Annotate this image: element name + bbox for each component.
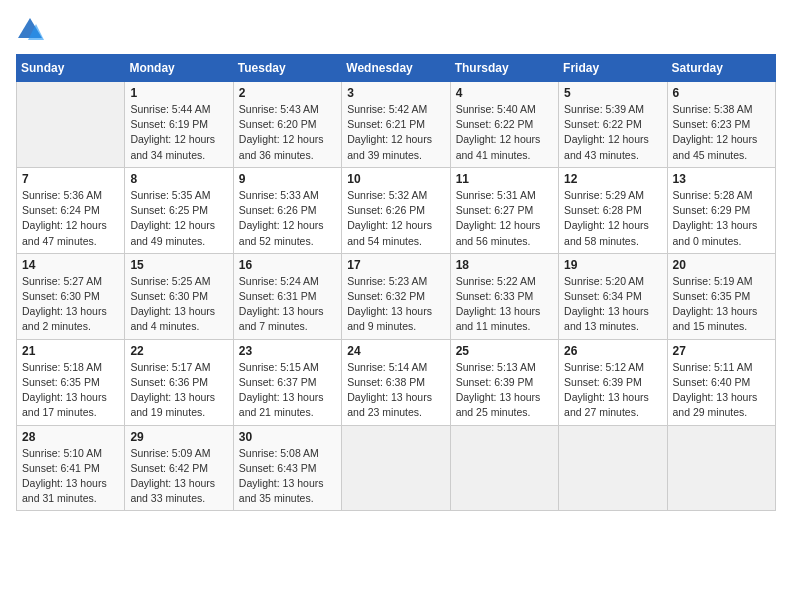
day-info: Sunrise: 5:23 AM Sunset: 6:32 PM Dayligh…: [347, 274, 444, 335]
day-number: 6: [673, 86, 770, 100]
day-info: Sunrise: 5:44 AM Sunset: 6:19 PM Dayligh…: [130, 102, 227, 163]
calendar-week-row: 21Sunrise: 5:18 AM Sunset: 6:35 PM Dayli…: [17, 339, 776, 425]
calendar-cell: 8Sunrise: 5:35 AM Sunset: 6:25 PM Daylig…: [125, 167, 233, 253]
day-info: Sunrise: 5:14 AM Sunset: 6:38 PM Dayligh…: [347, 360, 444, 421]
day-of-week-header: Friday: [559, 55, 667, 82]
logo: [16, 16, 48, 44]
calendar-cell: 30Sunrise: 5:08 AM Sunset: 6:43 PM Dayli…: [233, 425, 341, 511]
day-number: 3: [347, 86, 444, 100]
day-number: 17: [347, 258, 444, 272]
day-number: 28: [22, 430, 119, 444]
calendar-cell: 10Sunrise: 5:32 AM Sunset: 6:26 PM Dayli…: [342, 167, 450, 253]
day-number: 20: [673, 258, 770, 272]
day-number: 4: [456, 86, 553, 100]
calendar-body: 1Sunrise: 5:44 AM Sunset: 6:19 PM Daylig…: [17, 82, 776, 511]
day-info: Sunrise: 5:24 AM Sunset: 6:31 PM Dayligh…: [239, 274, 336, 335]
calendar-cell: 15Sunrise: 5:25 AM Sunset: 6:30 PM Dayli…: [125, 253, 233, 339]
day-of-week-header: Tuesday: [233, 55, 341, 82]
day-of-week-header: Sunday: [17, 55, 125, 82]
calendar-cell: 4Sunrise: 5:40 AM Sunset: 6:22 PM Daylig…: [450, 82, 558, 168]
calendar-cell: 1Sunrise: 5:44 AM Sunset: 6:19 PM Daylig…: [125, 82, 233, 168]
calendar-table: SundayMondayTuesdayWednesdayThursdayFrid…: [16, 54, 776, 511]
day-number: 21: [22, 344, 119, 358]
calendar-cell: 25Sunrise: 5:13 AM Sunset: 6:39 PM Dayli…: [450, 339, 558, 425]
calendar-cell: 3Sunrise: 5:42 AM Sunset: 6:21 PM Daylig…: [342, 82, 450, 168]
day-number: 1: [130, 86, 227, 100]
calendar-cell: [17, 82, 125, 168]
day-info: Sunrise: 5:15 AM Sunset: 6:37 PM Dayligh…: [239, 360, 336, 421]
calendar-cell: 9Sunrise: 5:33 AM Sunset: 6:26 PM Daylig…: [233, 167, 341, 253]
calendar-cell: 29Sunrise: 5:09 AM Sunset: 6:42 PM Dayli…: [125, 425, 233, 511]
calendar-cell: 27Sunrise: 5:11 AM Sunset: 6:40 PM Dayli…: [667, 339, 775, 425]
calendar-cell: 5Sunrise: 5:39 AM Sunset: 6:22 PM Daylig…: [559, 82, 667, 168]
day-info: Sunrise: 5:11 AM Sunset: 6:40 PM Dayligh…: [673, 360, 770, 421]
day-info: Sunrise: 5:33 AM Sunset: 6:26 PM Dayligh…: [239, 188, 336, 249]
day-info: Sunrise: 5:32 AM Sunset: 6:26 PM Dayligh…: [347, 188, 444, 249]
calendar-cell: 22Sunrise: 5:17 AM Sunset: 6:36 PM Dayli…: [125, 339, 233, 425]
day-info: Sunrise: 5:39 AM Sunset: 6:22 PM Dayligh…: [564, 102, 661, 163]
day-number: 13: [673, 172, 770, 186]
day-info: Sunrise: 5:25 AM Sunset: 6:30 PM Dayligh…: [130, 274, 227, 335]
calendar-cell: [342, 425, 450, 511]
day-number: 2: [239, 86, 336, 100]
day-number: 8: [130, 172, 227, 186]
day-number: 27: [673, 344, 770, 358]
page-header: [16, 16, 776, 44]
day-number: 16: [239, 258, 336, 272]
calendar-cell: 23Sunrise: 5:15 AM Sunset: 6:37 PM Dayli…: [233, 339, 341, 425]
day-info: Sunrise: 5:31 AM Sunset: 6:27 PM Dayligh…: [456, 188, 553, 249]
calendar-cell: 13Sunrise: 5:28 AM Sunset: 6:29 PM Dayli…: [667, 167, 775, 253]
day-number: 14: [22, 258, 119, 272]
day-of-week-header: Saturday: [667, 55, 775, 82]
calendar-cell: 16Sunrise: 5:24 AM Sunset: 6:31 PM Dayli…: [233, 253, 341, 339]
calendar-cell: 11Sunrise: 5:31 AM Sunset: 6:27 PM Dayli…: [450, 167, 558, 253]
calendar-week-row: 1Sunrise: 5:44 AM Sunset: 6:19 PM Daylig…: [17, 82, 776, 168]
day-info: Sunrise: 5:17 AM Sunset: 6:36 PM Dayligh…: [130, 360, 227, 421]
day-info: Sunrise: 5:36 AM Sunset: 6:24 PM Dayligh…: [22, 188, 119, 249]
day-info: Sunrise: 5:27 AM Sunset: 6:30 PM Dayligh…: [22, 274, 119, 335]
calendar-cell: 28Sunrise: 5:10 AM Sunset: 6:41 PM Dayli…: [17, 425, 125, 511]
day-info: Sunrise: 5:08 AM Sunset: 6:43 PM Dayligh…: [239, 446, 336, 507]
days-of-week-row: SundayMondayTuesdayWednesdayThursdayFrid…: [17, 55, 776, 82]
calendar-cell: [559, 425, 667, 511]
calendar-week-row: 7Sunrise: 5:36 AM Sunset: 6:24 PM Daylig…: [17, 167, 776, 253]
calendar-cell: 18Sunrise: 5:22 AM Sunset: 6:33 PM Dayli…: [450, 253, 558, 339]
day-number: 15: [130, 258, 227, 272]
day-number: 5: [564, 86, 661, 100]
day-number: 19: [564, 258, 661, 272]
day-number: 24: [347, 344, 444, 358]
day-info: Sunrise: 5:22 AM Sunset: 6:33 PM Dayligh…: [456, 274, 553, 335]
calendar-cell: 12Sunrise: 5:29 AM Sunset: 6:28 PM Dayli…: [559, 167, 667, 253]
day-info: Sunrise: 5:20 AM Sunset: 6:34 PM Dayligh…: [564, 274, 661, 335]
calendar-header: SundayMondayTuesdayWednesdayThursdayFrid…: [17, 55, 776, 82]
day-info: Sunrise: 5:13 AM Sunset: 6:39 PM Dayligh…: [456, 360, 553, 421]
day-number: 10: [347, 172, 444, 186]
day-info: Sunrise: 5:35 AM Sunset: 6:25 PM Dayligh…: [130, 188, 227, 249]
day-number: 18: [456, 258, 553, 272]
day-of-week-header: Thursday: [450, 55, 558, 82]
day-number: 22: [130, 344, 227, 358]
day-number: 29: [130, 430, 227, 444]
calendar-cell: 24Sunrise: 5:14 AM Sunset: 6:38 PM Dayli…: [342, 339, 450, 425]
day-of-week-header: Wednesday: [342, 55, 450, 82]
day-number: 23: [239, 344, 336, 358]
day-info: Sunrise: 5:43 AM Sunset: 6:20 PM Dayligh…: [239, 102, 336, 163]
calendar-cell: [450, 425, 558, 511]
calendar-cell: [667, 425, 775, 511]
calendar-cell: 7Sunrise: 5:36 AM Sunset: 6:24 PM Daylig…: [17, 167, 125, 253]
day-number: 11: [456, 172, 553, 186]
day-info: Sunrise: 5:12 AM Sunset: 6:39 PM Dayligh…: [564, 360, 661, 421]
calendar-cell: 21Sunrise: 5:18 AM Sunset: 6:35 PM Dayli…: [17, 339, 125, 425]
day-info: Sunrise: 5:40 AM Sunset: 6:22 PM Dayligh…: [456, 102, 553, 163]
day-number: 12: [564, 172, 661, 186]
day-number: 26: [564, 344, 661, 358]
day-info: Sunrise: 5:28 AM Sunset: 6:29 PM Dayligh…: [673, 188, 770, 249]
day-info: Sunrise: 5:18 AM Sunset: 6:35 PM Dayligh…: [22, 360, 119, 421]
calendar-cell: 2Sunrise: 5:43 AM Sunset: 6:20 PM Daylig…: [233, 82, 341, 168]
day-number: 7: [22, 172, 119, 186]
day-info: Sunrise: 5:42 AM Sunset: 6:21 PM Dayligh…: [347, 102, 444, 163]
day-info: Sunrise: 5:29 AM Sunset: 6:28 PM Dayligh…: [564, 188, 661, 249]
calendar-cell: 26Sunrise: 5:12 AM Sunset: 6:39 PM Dayli…: [559, 339, 667, 425]
calendar-cell: 6Sunrise: 5:38 AM Sunset: 6:23 PM Daylig…: [667, 82, 775, 168]
day-info: Sunrise: 5:19 AM Sunset: 6:35 PM Dayligh…: [673, 274, 770, 335]
